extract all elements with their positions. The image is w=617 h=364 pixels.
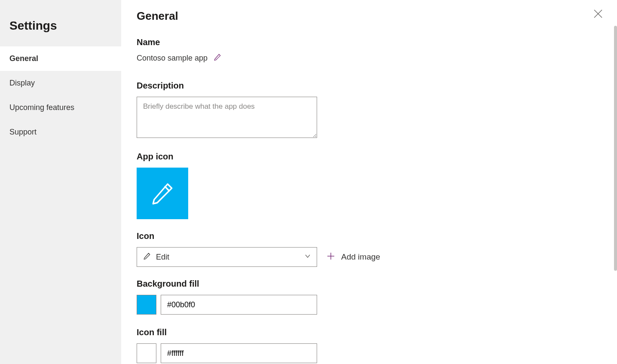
background-fill-swatch[interactable] [137, 295, 156, 315]
icon-fill-input[interactable] [161, 343, 317, 363]
description-input[interactable] [137, 97, 317, 138]
svg-line-2 [165, 187, 169, 191]
icon-fill-swatch[interactable] [137, 343, 156, 363]
pencil-icon [214, 53, 221, 61]
icon-dropdown[interactable]: Edit [137, 247, 317, 267]
background-fill-input[interactable] [161, 295, 317, 315]
settings-sidebar: Settings General Display Upcoming featur… [0, 0, 121, 364]
plus-icon [327, 252, 335, 263]
close-icon [593, 9, 603, 18]
sidebar-item-general[interactable]: General [0, 46, 121, 71]
background-fill-label: Background fill [137, 279, 592, 289]
sidebar-item-upcoming-features[interactable]: Upcoming features [0, 95, 121, 120]
icon-label: Icon [137, 231, 592, 241]
sidebar-item-support[interactable]: Support [0, 120, 121, 144]
chevron-down-icon [305, 253, 311, 261]
description-label: Description [137, 81, 592, 91]
close-button[interactable] [592, 8, 604, 20]
main-panel: General Name Contoso sample app Descript… [121, 0, 617, 364]
app-name-value: Contoso sample app [137, 54, 208, 63]
scrollbar[interactable] [614, 26, 617, 271]
name-label: Name [137, 37, 592, 47]
name-row: Contoso sample app [137, 53, 592, 63]
sidebar-item-display[interactable]: Display [0, 71, 121, 95]
pencil-icon [143, 252, 151, 262]
page-title: General [137, 9, 592, 23]
edit-name-button[interactable] [214, 53, 221, 63]
pencil-icon [150, 181, 175, 206]
app-icon-preview [137, 168, 188, 219]
app-icon-label: App icon [137, 152, 592, 162]
add-image-label: Add image [341, 252, 380, 262]
sidebar-title: Settings [0, 0, 121, 46]
icon-dropdown-value: Edit [156, 253, 305, 262]
icon-fill-label: Icon fill [137, 327, 592, 337]
add-image-button[interactable]: Add image [327, 252, 380, 263]
